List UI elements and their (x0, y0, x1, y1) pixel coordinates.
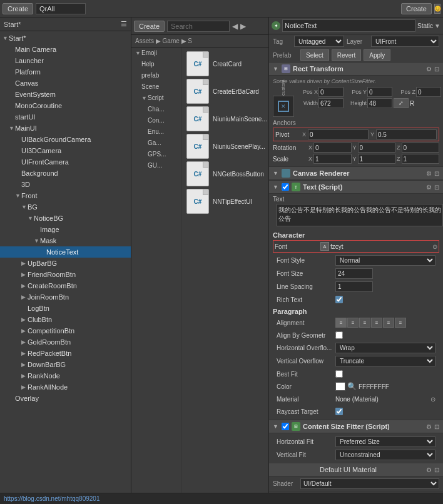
pivot-x-input[interactable] (308, 129, 369, 139)
nav-left-icon[interactable]: ◀ (232, 22, 238, 31)
tree-item-joinroombtn[interactable]: ▶ JoinRoomBtn (0, 291, 131, 303)
create-button-left[interactable]: Create (3, 3, 33, 14)
tree-item-front[interactable]: ▼ Front (0, 190, 131, 201)
section-settings-icon[interactable]: ⚙ (426, 423, 432, 430)
project-tree-gu[interactable]: GU... (131, 160, 181, 171)
section-settings-icon[interactable]: ⚙ (426, 184, 432, 191)
layer-select[interactable]: UIFront (371, 36, 439, 47)
height-input[interactable] (367, 98, 392, 108)
r-label[interactable]: R (410, 100, 414, 107)
tree-item-3d[interactable]: 3D (0, 179, 131, 190)
tree-item-upbarbg[interactable]: ▶ UpBarBG (0, 258, 131, 269)
section-lock-icon[interactable]: ⊡ (434, 184, 439, 191)
revert-button[interactable]: Revert (332, 49, 361, 61)
project-tree-scene[interactable]: Scene (131, 81, 181, 93)
search-input-left[interactable] (36, 3, 86, 14)
pos-x-input[interactable] (318, 87, 344, 97)
anchor-preset-icon[interactable]: ✕ (273, 96, 294, 117)
rect-transform-header[interactable]: ▼ ⊞ Rect Transform ⚙ ⊡ (269, 62, 443, 76)
align-left-mid-btn[interactable]: ≡ (371, 318, 382, 328)
tree-item-canvas[interactable]: Canvas (0, 78, 131, 89)
scale-z-input[interactable] (402, 154, 439, 164)
raycast-checkbox[interactable] (335, 408, 343, 415)
tree-item-rankallnode[interactable]: ▶ RankAllNode (0, 381, 131, 393)
align-left-top-btn[interactable]: ≡ (335, 318, 347, 328)
width-input[interactable] (318, 98, 344, 108)
tree-item-noticebg[interactable]: ▼ NoticeBG (0, 213, 131, 224)
tree-item-competitionbtn[interactable]: ▶ CompetitionBtn (0, 325, 131, 336)
section-settings-icon[interactable]: ⚙ (426, 170, 432, 177)
project-search-input[interactable] (167, 21, 230, 32)
tree-item-redpacketbtn[interactable]: ▶ RedPacketBtn (0, 348, 131, 359)
color-swatch[interactable] (335, 382, 345, 391)
align-center-top-btn[interactable]: ≡ (347, 318, 359, 328)
tree-item-ranknode[interactable]: ▶ RankNode (0, 370, 131, 381)
script-item-nntipeffectui[interactable]: C# NNTipEffectUI (184, 188, 266, 215)
tree-item-platform[interactable]: Platform (0, 66, 131, 78)
pos-y-input[interactable] (367, 87, 392, 97)
rot-x-input[interactable] (313, 143, 351, 153)
shader-select[interactable]: UI/Default (300, 478, 439, 489)
script-item-nngetbossbutton[interactable]: C# NNGetBossButton (184, 160, 266, 188)
tree-item-bg[interactable]: ▼ BG (0, 201, 131, 213)
tree-item-logbtn[interactable]: LogBtn (0, 303, 131, 314)
tree-item-overlay[interactable]: Overlay (0, 393, 131, 404)
project-tree-enu[interactable]: Enu... (131, 126, 181, 138)
tree-item-start[interactable]: ▼ Start* (0, 33, 131, 44)
emoji-icon[interactable]: 😊 (434, 4, 440, 14)
r-button[interactable]: ⤢ (394, 98, 409, 108)
project-tree-help[interactable]: Help (131, 59, 181, 70)
project-tree-cha[interactable]: Cha... (131, 104, 181, 115)
tree-item-background[interactable]: Background (0, 168, 131, 179)
tree-item-mask[interactable]: ▼ Mask (0, 235, 131, 246)
font-style-select[interactable]: Normal (335, 255, 435, 266)
tree-item-createroombtn[interactable]: ▶ CreateRoomBtn (0, 280, 131, 291)
pivot-y-input[interactable] (376, 129, 437, 139)
tree-item-monocoroutine[interactable]: MonoCoroutine (0, 100, 131, 111)
vert-overflow-select[interactable]: Truncate Overflow (335, 356, 435, 366)
static-dropdown[interactable]: Static ▼ (417, 23, 440, 29)
content-size-fitter-enabled[interactable] (282, 423, 289, 430)
select-button[interactable]: Select (300, 49, 329, 61)
align-right-mid-btn[interactable]: ≡ (395, 318, 406, 328)
section-lock-icon[interactable]: ⊡ (434, 66, 439, 73)
eyedropper-icon[interactable]: 🔍 (347, 382, 357, 391)
section-settings-icon[interactable]: ⚙ (426, 66, 432, 73)
tree-item-downbarbg[interactable]: ▶ DownBarBG (0, 359, 131, 370)
project-tree-script[interactable]: ▼Script (131, 93, 181, 104)
project-tree-prefab[interactable]: prefab (131, 70, 181, 81)
project-tree-emoji[interactable]: ▼Emoji (131, 48, 181, 59)
scale-y-input[interactable] (358, 154, 395, 164)
text-content-area[interactable]: 我的公告不是特别的长我的公告我的公告不是特别的长我的公告 (277, 204, 443, 226)
align-by-geom-checkbox[interactable] (335, 331, 343, 339)
material-settings-icon[interactable]: ⚙ (426, 466, 432, 473)
text-script-enabled[interactable] (282, 183, 289, 191)
tag-select[interactable]: Untagged (294, 36, 344, 47)
object-name-input[interactable] (282, 19, 415, 32)
project-tree-gps[interactable]: GPS... (131, 149, 181, 160)
create-button-right[interactable]: Create (401, 3, 432, 14)
scale-x-input[interactable] (313, 154, 351, 164)
font-size-input[interactable] (335, 268, 373, 279)
tree-item-image[interactable]: Image (0, 224, 131, 235)
tree-item-clubbtn[interactable]: ▶ ClubBtn (0, 314, 131, 325)
line-spacing-input[interactable] (335, 281, 373, 292)
nav-right-icon[interactable]: ▶ (240, 22, 246, 31)
rot-z-input[interactable] (402, 143, 439, 153)
rot-y-input[interactable] (358, 143, 395, 153)
tree-item-uibackground[interactable]: UIBackGroundCamera (0, 134, 131, 145)
horiz-overflow-select[interactable]: Wrap Overflow (335, 343, 435, 353)
section-lock-icon[interactable]: ⊡ (434, 423, 439, 430)
tree-item-goldroombn[interactable]: ▶ GoldRoomBtn (0, 336, 131, 348)
pos-z-input[interactable] (416, 87, 441, 97)
tree-item-noticetext[interactable]: NoticeText (0, 246, 131, 258)
project-tree-ga[interactable]: Ga... (131, 138, 181, 149)
tree-item-mainui[interactable]: ▼ MainUI (0, 123, 131, 134)
tree-item-main-camera[interactable]: Main Camera (0, 44, 131, 55)
tree-item-friendroombtn[interactable]: ▶ FriendRoomBtn (0, 269, 131, 280)
align-center-mid-btn[interactable]: ≡ (383, 318, 394, 328)
hierarchy-menu-icon[interactable]: ☰ (121, 20, 127, 28)
project-tree-con[interactable]: Con... (131, 115, 181, 126)
text-script-header[interactable]: ▼ T Text (Script) ⚙ ⊡ (269, 180, 443, 194)
align-right-top-btn[interactable]: ≡ (359, 318, 370, 328)
